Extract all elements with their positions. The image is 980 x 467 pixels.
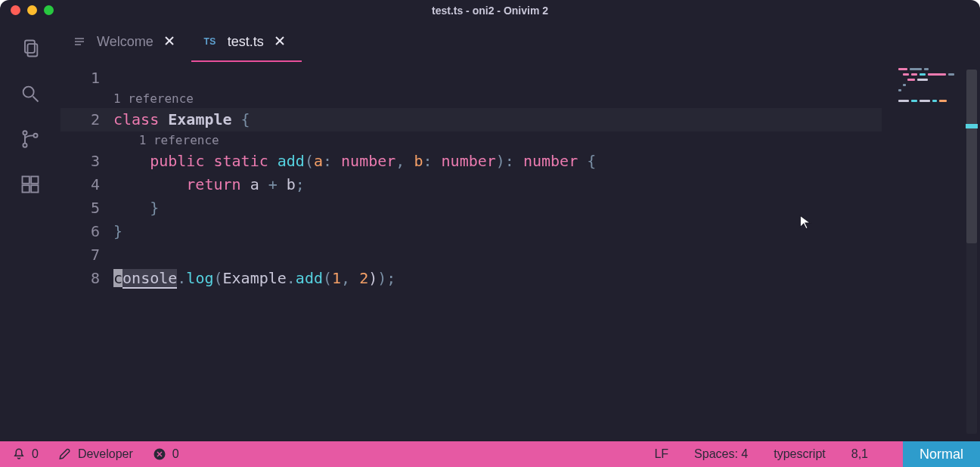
cursor-position[interactable]: 8,1	[851, 447, 868, 461]
svg-point-4	[23, 131, 26, 135]
line-number: 6	[60, 220, 113, 243]
svg-point-5	[23, 144, 26, 147]
code-line: }	[113, 220, 122, 243]
line-number: 8	[60, 267, 113, 290]
problems-count: 0	[172, 447, 179, 461]
editor-area: Welcome TS test.ts 1	[60, 21, 980, 441]
close-icon[interactable]	[164, 34, 175, 50]
svg-rect-9	[23, 185, 29, 192]
scrollbar-thumb[interactable]	[966, 70, 977, 243]
code-line: return a + b;	[113, 173, 305, 196]
line-number: 4	[60, 173, 113, 196]
menu-icon	[73, 36, 86, 48]
tab-label: test.ts	[228, 34, 264, 50]
window-title: test.ts - oni2 - Onivim 2	[432, 5, 548, 17]
code-line: console.log(Example.add(1, 2));	[113, 267, 395, 290]
line-number: 1	[60, 66, 113, 90]
line-number: 5	[60, 196, 113, 220]
editor-right-rail	[882, 62, 980, 441]
svg-point-6	[33, 134, 37, 138]
minimize-window-icon[interactable]	[27, 5, 37, 15]
typescript-icon: TS	[203, 36, 217, 47]
language-indicator[interactable]: typescript	[774, 447, 825, 461]
files-icon[interactable]	[20, 38, 41, 59]
line-number: 3	[60, 150, 113, 173]
status-bar: 0 Developer 0 LF Spaces: 4 typescript 8,…	[0, 441, 980, 467]
problems-button[interactable]: 0	[153, 447, 179, 461]
notifications-button[interactable]: 0	[12, 447, 39, 461]
svg-rect-1	[28, 44, 38, 56]
codelens[interactable]: 1 reference	[113, 131, 219, 150]
developer-label: Developer	[78, 447, 133, 461]
svg-rect-7	[23, 177, 29, 184]
code-line: class Example {	[113, 108, 250, 131]
extensions-icon[interactable]	[20, 174, 41, 195]
search-icon[interactable]	[20, 83, 41, 104]
activity-bar	[0, 21, 60, 441]
svg-rect-10	[31, 185, 38, 192]
notifications-count: 0	[32, 447, 39, 461]
vertical-scrollbar[interactable]	[966, 70, 977, 434]
close-icon[interactable]	[274, 34, 285, 50]
svg-rect-0	[25, 41, 35, 53]
close-window-icon[interactable]	[11, 5, 20, 15]
tab-welcome[interactable]: Welcome	[60, 21, 191, 62]
vim-mode-indicator: Normal	[903, 441, 980, 467]
scrollbar-caret-mark	[966, 124, 978, 128]
svg-rect-8	[31, 177, 38, 184]
indent-indicator[interactable]: Spaces: 4	[694, 447, 748, 461]
tab-label: Welcome	[97, 34, 154, 50]
line-number: 2	[60, 108, 113, 131]
title-bar: test.ts - oni2 - Onivim 2	[0, 0, 980, 21]
tab-bar: Welcome TS test.ts	[60, 21, 980, 62]
git-icon[interactable]	[20, 128, 41, 150]
block-caret: c	[113, 269, 122, 287]
app-window: test.ts - oni2 - Onivim 2	[0, 0, 980, 467]
code-line: public static add(a: number, b: number):…	[113, 150, 596, 173]
tab-test-ts[interactable]: TS test.ts	[191, 21, 302, 62]
window-controls	[11, 5, 54, 15]
svg-line-3	[33, 97, 39, 102]
zoom-window-icon[interactable]	[44, 5, 54, 15]
code-editor[interactable]: 1 1 reference 2class Example { 1 referen…	[60, 62, 882, 441]
codelens[interactable]: 1 reference	[113, 90, 194, 108]
line-number: 7	[60, 243, 113, 267]
minimap[interactable]	[895, 68, 960, 105]
developer-button[interactable]: Developer	[58, 447, 133, 461]
svg-point-2	[23, 87, 34, 97]
eol-indicator[interactable]: LF	[654, 447, 668, 461]
code-line: }	[113, 196, 159, 220]
